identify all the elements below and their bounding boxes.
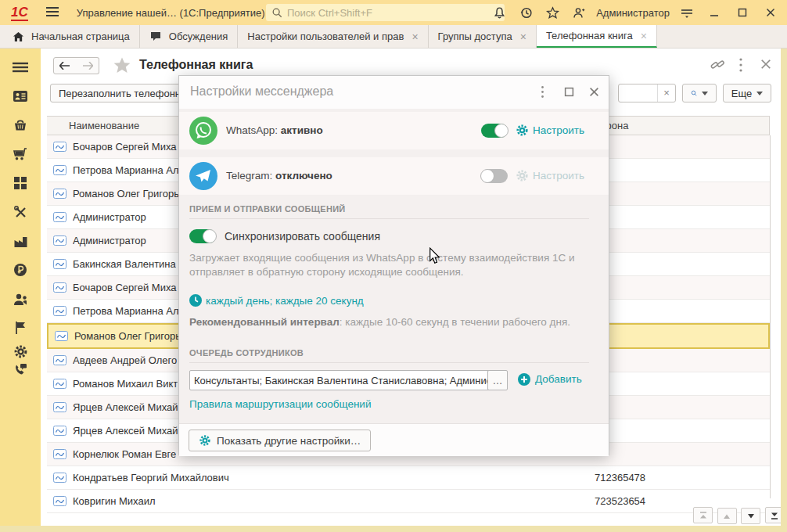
dialog-menu-dots-icon[interactable] [541,85,544,101]
sections-sidebar [0,49,41,532]
sync-messages-toggle[interactable] [189,229,216,243]
search-menu-button[interactable] [682,84,717,102]
section-queue-label: ОЧЕРЕДЬ СОТРУДНИКОВ [189,348,304,358]
whatsapp-icon [189,117,217,145]
sidebar-item-personnel-icon[interactable] [13,291,28,307]
sidebar-menu-icon[interactable] [13,59,28,75]
column-header-name[interactable]: Наименование [69,120,139,131]
section-messages-label: ПРИЕМ И ОТПРАВКИ СООБЩЕНИЙ [189,204,346,214]
tab-user-settings[interactable]: Настройки пользователей и прав × [238,25,428,48]
tab-access-groups[interactable]: Группы доступа × [429,25,537,48]
scroll-down-icon[interactable] [741,508,760,524]
window-minimize-button[interactable] [704,3,724,22]
employee-queue-input[interactable]: Консультанты; Бакинская Валентина Станис… [189,370,496,390]
table-row[interactable]: Кондратьев Георгий Михайлович 712365478 [47,466,770,490]
tab-close-icon[interactable]: × [641,31,647,41]
gear-icon [199,434,211,447]
nav-forward-button[interactable] [76,57,99,74]
service-menu-icon[interactable] [677,3,696,22]
tab-phone-book[interactable]: Телефонная книга × [537,25,657,48]
tab-close-icon[interactable]: × [411,31,418,42]
user-icon[interactable] [570,3,588,22]
sidebar-item-settings-gear-icon[interactable] [13,343,28,359]
telegram-icon [189,162,217,190]
more-actions-button[interactable]: Еще [723,84,771,102]
recommended-text: : каждые 10-60 секунд в течении рабочего… [340,316,570,328]
recommended-label: Рекомендованный интервал [189,316,340,328]
sync-description: Загружает входящие сообщения из WhatsApp… [189,251,588,279]
table-row[interactable]: Ковригин Михаил 723523654 [47,490,770,513]
dialog-close-icon[interactable] [589,87,599,99]
app-window: 1С Управление нашей… (1С:Предприятие) Ад… [0,0,787,532]
add-plus-icon[interactable] [518,373,530,388]
telegram-label: Telegram: [226,170,272,182]
table-pager [692,507,785,524]
1c-logo: 1С [11,5,28,21]
telegram-row: Telegram: отключено Настроить [179,157,609,195]
global-search-input[interactable] [286,6,484,20]
browse-queue-button[interactable]: … [487,370,508,390]
main-menu-icon[interactable] [45,6,59,20]
tab-bar: Начальная страница Обсуждения Настройки … [0,25,787,49]
notifications-bell-icon[interactable] [490,3,508,22]
telegram-configure-link: Настроить [533,170,584,182]
window-frame-bottom [0,526,787,532]
mouse-cursor [429,247,440,267]
sidebar-item-crm-card-icon[interactable] [13,88,28,104]
telegram-configure-gear-icon [516,169,529,185]
scroll-first-icon[interactable] [693,507,713,523]
global-search[interactable] [266,4,505,21]
form-close-icon[interactable] [760,59,771,72]
favorite-star-icon[interactable] [113,56,131,77]
sidebar-item-grid-icon[interactable] [13,175,28,191]
home-icon [13,31,24,42]
sidebar-item-basket-icon[interactable] [13,117,28,133]
schedule-link[interactable]: каждый день; каждые 20 секунд [206,295,364,307]
sidebar-item-tools-icon[interactable] [13,204,28,220]
scroll-up-icon[interactable] [717,508,737,524]
search-icon [691,88,697,99]
sidebar-item-flag-icon[interactable] [13,320,28,336]
sidebar-item-cart-icon[interactable] [13,146,28,162]
tab-discussions[interactable]: Обсуждения [140,25,239,48]
messenger-settings-dialog: Настройки мессенджера WhatsApp: активно [178,75,609,455]
sidebar-item-money-ruble-icon[interactable] [13,262,28,278]
routing-rules-link[interactable]: Правила маршрутизации сообщений [189,398,371,410]
add-employee-link[interactable]: Добавить [535,373,582,385]
whatsapp-configure-gear-icon[interactable] [516,124,529,139]
quick-filter-input[interactable]: × [618,84,676,102]
tab-close-icon[interactable]: × [520,31,526,42]
page-title: Телефонная книга [139,58,253,72]
whatsapp-configure-link[interactable]: Настроить [533,124,584,136]
refill-phonebook-button[interactable]: Перезаполнить телефонн [50,84,188,102]
tab-home[interactable]: Начальная страница [0,25,140,48]
current-user-name[interactable]: Администратор [596,7,670,19]
chat-icon [149,31,162,42]
section-divider [189,362,589,363]
get-link-icon[interactable] [710,59,725,74]
app-title: Управление нашей… (1С:Предприятие) [77,7,264,19]
dialog-maximize-icon[interactable] [564,87,574,99]
window-frame-right [781,49,787,532]
schedule-clock-icon [189,294,202,309]
dialog-title: Настройки мессенджера [190,84,333,99]
telegram-status: отключено [275,170,332,182]
whatsapp-label: WhatsApp: [226,124,278,136]
sidebar-item-factory-icon[interactable] [13,233,28,249]
window-maximize-button[interactable] [732,3,753,22]
window-close-button[interactable] [760,3,781,22]
nav-back-button[interactable] [53,57,77,74]
whatsapp-toggle[interactable] [481,124,508,138]
section-divider [189,218,589,219]
telegram-toggle[interactable] [481,169,508,183]
other-settings-button[interactable]: Показать другие настройки… [189,430,371,451]
sidebar-item-phone-chat-icon[interactable] [13,361,28,377]
history-icon[interactable] [516,3,535,22]
search-icon [271,7,282,18]
form-menu-dots-icon[interactable] [738,57,743,75]
dialog-header[interactable]: Настройки мессенджера [179,76,609,109]
whatsapp-row: WhatsApp: активно Настроить [179,112,609,149]
favorites-star-icon[interactable] [543,3,562,22]
clear-filter-icon[interactable]: × [657,84,675,102]
dialog-footer: Показать другие настройки… [179,423,609,456]
